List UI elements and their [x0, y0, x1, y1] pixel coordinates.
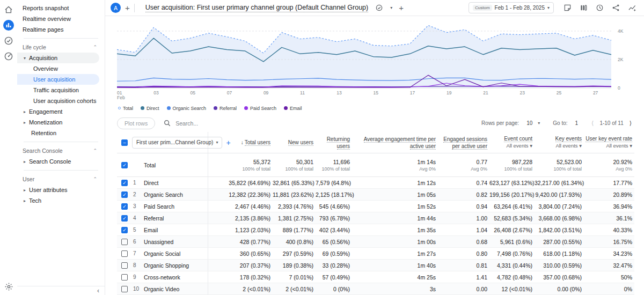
channel-name[interactable]: Organic Social [144, 250, 180, 257]
row-checkbox[interactable]: ✓ [121, 227, 128, 233]
sidebar-item-realtime-pages[interactable]: Realtime pages [17, 24, 105, 35]
sidebar-item-user-attributes[interactable]: ▸User attributes [17, 185, 105, 195]
legend-item-paid-search[interactable]: Paid Search [244, 106, 276, 111]
chevron-up-icon: ⌃ [93, 45, 97, 50]
sidebar-item-user-acquisition[interactable]: User acquisition [17, 74, 99, 85]
reports-icon[interactable] [3, 20, 14, 31]
sidebar-item-search-console[interactable]: ▸Search Console [17, 156, 105, 167]
row-checkbox[interactable]: ✓ [121, 203, 128, 210]
channel-name[interactable]: Paid Search [144, 203, 174, 210]
row-checkbox[interactable] [121, 274, 128, 281]
select-all-checkbox[interactable]: – [121, 139, 128, 146]
sidebar-item-user-acquisition-cohorts[interactable]: User acquisition cohorts [17, 95, 105, 106]
date-range-picker[interactable]: Custom Feb 1 - Feb 28, 2025 ▾ [469, 2, 554, 13]
column-header-key-events[interactable]: Key eventsAll events ▾ [535, 135, 584, 149]
metric-event-filter[interactable]: All events ▾ [489, 143, 532, 149]
metric-value: 1m 05s [352, 191, 438, 198]
sidebar-section-search-console[interactable]: Search Console⌃ [17, 145, 105, 156]
table-search [164, 120, 266, 127]
legend-item-total[interactable]: Total [118, 106, 133, 111]
report-title-caret[interactable]: ▾ [390, 5, 392, 10]
search-input[interactable] [174, 120, 266, 127]
column-header-event-count[interactable]: Event countAll events ▾ [489, 135, 535, 149]
sidebar-item-monetization[interactable]: ▸Monetization [17, 117, 105, 128]
total-metric-cell: 50,301100% of total [273, 159, 316, 172]
column-header-new-users[interactable]: New users [273, 139, 316, 146]
add-tab-button[interactable]: + [125, 4, 130, 12]
clock-icon[interactable] [596, 4, 604, 12]
metric-event-filter[interactable]: All events ▾ [584, 143, 632, 149]
table-total-row: ✓Total55,372100% of total50,301100% of t… [117, 153, 634, 177]
rows-per-page-value[interactable]: 10 [526, 120, 532, 126]
account-avatar[interactable]: A [111, 3, 121, 13]
share-icon[interactable] [612, 4, 620, 12]
sidebar-item-retention[interactable]: Retention [17, 128, 105, 138]
total-metric-value: 0.77 [438, 159, 487, 165]
sidebar-section-user[interactable]: User⌃ [17, 174, 105, 185]
row-checkbox[interactable]: ✓ [121, 215, 128, 222]
caret-down-icon: ▾ [22, 56, 27, 61]
legend-item-organic-search[interactable]: Organic Search [167, 106, 207, 111]
legend-item-email[interactable]: Email [284, 106, 302, 111]
column-header-engaged-sessions-per-active-user[interactable]: Engaged sessions per active user [438, 136, 489, 150]
channel-name[interactable]: Unassigned [144, 239, 173, 245]
column-header-total-users[interactable]: ↓Total users [208, 139, 273, 146]
sidebar-item-traffic-acquisition[interactable]: Traffic acquisition [17, 85, 105, 95]
row-checkbox-cell: ✓ [117, 177, 132, 188]
channel-name-cell: Organic Social [144, 248, 208, 259]
sidebar-section-life-cycle[interactable]: Life cycle⌃ [17, 42, 105, 53]
column-header-returning-users[interactable]: Returning users [316, 136, 352, 150]
column-header-label: Total users [245, 139, 270, 146]
metric-value: 32.47% [584, 262, 634, 269]
explore-icon[interactable] [3, 35, 14, 46]
column-header-user-key-event-rate[interactable]: User key event rateAll events ▾ [584, 135, 634, 149]
channel-name[interactable]: Email [144, 227, 158, 233]
admin-gear-icon[interactable] [3, 281, 14, 292]
row-checkbox[interactable] [121, 239, 128, 245]
report-title[interactable]: User acquisition: First user primary cha… [145, 4, 368, 12]
legend-label: Referral [219, 106, 237, 111]
metric-event-filter[interactable]: All events ▾ [535, 143, 582, 149]
metric-value: 0.82 [438, 191, 489, 198]
sidebar-item-tech[interactable]: ▸Tech [17, 195, 105, 206]
sidebar-item-reports-snapshot[interactable]: Reports snapshot [17, 3, 105, 13]
notes-icon[interactable] [564, 4, 572, 12]
prev-page-icon[interactable]: ⟨ [590, 120, 595, 127]
icon-rail [0, 0, 17, 295]
sidebar-item-engagement[interactable]: ▸Engagement [17, 106, 105, 117]
column-header-label: User key event rate [586, 136, 632, 142]
metric-value: 7,579 (64.8%) [316, 180, 352, 186]
row-checkbox[interactable] [121, 250, 128, 257]
row-checkbox[interactable] [121, 286, 128, 292]
channel-name[interactable]: Organic Video [144, 286, 179, 292]
sidebar-item-realtime-overview[interactable]: Realtime overview [17, 13, 105, 24]
column-header-average-engagement-time-per-active-user[interactable]: Average engagement time per active user [352, 136, 438, 150]
row-checkbox[interactable] [121, 262, 128, 269]
next-page-icon[interactable]: ⟩ [628, 120, 633, 127]
row-checkbox[interactable]: ✓ [121, 180, 128, 186]
add-report-button[interactable]: + [399, 4, 404, 12]
home-icon[interactable] [3, 4, 14, 15]
row-checkbox[interactable]: ✓ [121, 191, 128, 198]
go-to-value[interactable]: 1 [575, 120, 579, 126]
channel-name[interactable]: Direct [144, 180, 158, 186]
channel-name[interactable]: Organic Shopping [144, 262, 189, 269]
sidebar-collapse[interactable]: ‹ [17, 286, 105, 295]
total-row-checkbox[interactable]: ✓ [121, 162, 128, 168]
comparison-icon[interactable] [580, 4, 588, 12]
acquisition-line-chart[interactable]: 4K2K001Feb03050709111315171921232527 [115, 19, 638, 101]
metric-value: 16.75% [584, 239, 634, 245]
sidebar-item-acquisition[interactable]: ▾Acquisition [17, 53, 99, 63]
plot-rows-button[interactable]: Plot rows [117, 117, 155, 129]
table-row: ✓2Organic Search12,382 (22.36%)11,881 (2… [117, 189, 634, 201]
legend-item-referral[interactable]: Referral [214, 106, 237, 111]
channel-name[interactable]: Organic Search [144, 191, 183, 198]
insights-icon[interactable] [628, 4, 636, 12]
advertising-icon[interactable] [3, 51, 14, 62]
total-metric-value: 1m 14s [352, 159, 436, 165]
channel-name[interactable]: Cross-network [144, 274, 180, 281]
rows-per-page-caret-icon[interactable]: ▾ [538, 121, 540, 126]
sidebar-item-overview[interactable]: Overview [17, 63, 105, 74]
legend-item-direct[interactable]: Direct [141, 106, 159, 111]
channel-name[interactable]: Referral [144, 215, 164, 222]
